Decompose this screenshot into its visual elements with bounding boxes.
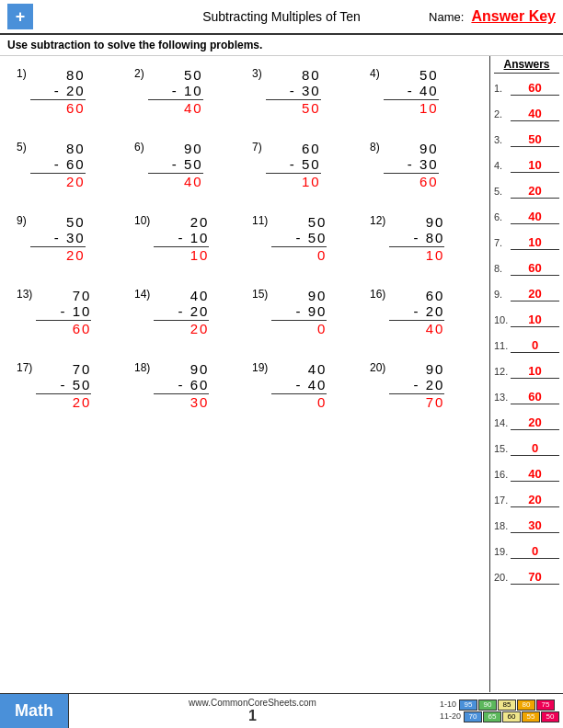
answer-num: 15. bbox=[494, 443, 511, 454]
answer-num: 1. bbox=[494, 83, 511, 94]
num-top: 90 bbox=[426, 361, 445, 377]
problem-math: 20 - 10 10 bbox=[154, 214, 209, 263]
problem-row: 20) 90 - 20 70 bbox=[370, 361, 444, 410]
problem-block: 9) 50 - 30 20 bbox=[9, 210, 127, 275]
answer-line: 30 bbox=[511, 518, 559, 533]
answer-num: 5. bbox=[494, 186, 511, 197]
score-cell: 90 bbox=[478, 700, 497, 711]
answer-num: 6. bbox=[494, 211, 511, 222]
num-answer: 20 bbox=[154, 321, 209, 336]
answer-val: 20 bbox=[528, 184, 541, 198]
answer-line: 70 bbox=[511, 570, 559, 585]
answer-val: 10 bbox=[528, 158, 541, 172]
problem-block: 12) 90 - 80 10 bbox=[362, 210, 480, 275]
answer-num: 18. bbox=[494, 520, 511, 531]
num-bottom: - 30 bbox=[30, 230, 86, 247]
problem-block: 15) 90 - 90 0 bbox=[245, 284, 362, 348]
problem-block: 16) 60 - 20 40 bbox=[362, 284, 480, 348]
problem-number: 6) bbox=[134, 141, 144, 154]
num-answer: 30 bbox=[154, 394, 209, 410]
num-bottom: - 10 bbox=[154, 230, 209, 247]
problem-row: 15) 90 - 90 0 bbox=[252, 288, 327, 336]
answer-val: 60 bbox=[528, 261, 541, 275]
answer-item: 15. 0 bbox=[494, 436, 559, 461]
num-top: 80 bbox=[302, 67, 321, 83]
answer-item: 13. 60 bbox=[494, 384, 559, 409]
problem-block: 4) 50 - 40 10 bbox=[362, 63, 480, 128]
num-top: 40 bbox=[308, 361, 327, 377]
problem-math: 50 - 40 10 bbox=[384, 67, 439, 116]
score-cell: 80 bbox=[517, 700, 535, 711]
score-label: 11-20 bbox=[440, 711, 461, 722]
score-cell: 50 bbox=[541, 711, 559, 722]
num-answer: 60 bbox=[36, 321, 91, 336]
answer-item: 6. 40 bbox=[494, 204, 559, 229]
num-bottom: - 20 bbox=[154, 303, 209, 321]
answer-item: 4. 10 bbox=[494, 153, 559, 177]
problem-row: 11) 50 - 50 0 bbox=[252, 214, 327, 263]
answer-num: 14. bbox=[494, 417, 511, 428]
num-answer: 20 bbox=[36, 394, 91, 410]
num-top: 40 bbox=[190, 288, 210, 303]
problem-block: 2) 50 - 10 40 bbox=[127, 63, 245, 128]
answer-item: 8. 60 bbox=[494, 256, 559, 280]
num-answer: 10 bbox=[266, 174, 321, 189]
answer-num: 2. bbox=[494, 108, 511, 119]
answer-line: 10 bbox=[511, 235, 559, 250]
problem-row: 17) 70 - 50 20 bbox=[17, 361, 91, 410]
problem-number: 16) bbox=[370, 288, 385, 301]
problem-block: 17) 70 - 50 20 bbox=[9, 358, 127, 422]
num-top: 50 bbox=[308, 214, 327, 230]
answer-line: 50 bbox=[511, 132, 559, 147]
problem-number: 5) bbox=[17, 141, 27, 154]
num-top: 60 bbox=[302, 141, 321, 156]
problem-row: 19) 40 - 40 0 bbox=[252, 361, 327, 410]
score-row: 11-207065605550 bbox=[440, 711, 559, 722]
answer-key-label: Answer Key bbox=[471, 8, 556, 25]
answer-val: 40 bbox=[528, 210, 541, 223]
num-top: 90 bbox=[419, 141, 439, 156]
footer: Math www.CommonCoreSheets.com 1 1-109590… bbox=[0, 693, 563, 728]
answer-item: 7. 10 bbox=[494, 230, 559, 255]
problem-math: 50 - 30 20 bbox=[30, 214, 86, 263]
problem-number: 11) bbox=[252, 214, 268, 227]
answer-item: 19. 0 bbox=[494, 539, 559, 563]
answer-val: 10 bbox=[528, 364, 541, 378]
answer-item: 20. 70 bbox=[494, 564, 559, 589]
score-cell: 65 bbox=[483, 711, 501, 722]
num-answer: 40 bbox=[389, 321, 444, 336]
problem-math: 90 - 30 60 bbox=[384, 141, 439, 189]
answer-val: 40 bbox=[528, 107, 541, 120]
footer-page: 1 bbox=[248, 708, 257, 724]
answer-item: 5. 20 bbox=[494, 178, 559, 203]
answer-num: 10. bbox=[494, 314, 511, 325]
answer-line: 10 bbox=[511, 364, 559, 379]
answer-line: 60 bbox=[511, 261, 559, 276]
num-answer: 20 bbox=[30, 174, 86, 189]
score-cell: 75 bbox=[536, 700, 555, 711]
problem-number: 14) bbox=[134, 288, 150, 301]
answer-line: 20 bbox=[511, 415, 559, 430]
problem-number: 3) bbox=[252, 67, 262, 80]
header-title: Subtracting Multiples of Ten bbox=[202, 9, 361, 24]
problem-number: 12) bbox=[370, 214, 385, 227]
answer-line: 60 bbox=[511, 390, 559, 404]
answers-list: 1. 60 2. 40 3. 50 4. 10 5. 20 6. 40 7. 1… bbox=[494, 75, 559, 589]
answer-item: 10. 10 bbox=[494, 307, 559, 332]
answer-val: 20 bbox=[528, 493, 541, 506]
problem-math: 60 - 50 10 bbox=[266, 141, 321, 189]
num-answer: 20 bbox=[30, 247, 86, 263]
answer-item: 17. 20 bbox=[494, 487, 559, 512]
score-cell: 70 bbox=[464, 711, 482, 722]
problem-block: 11) 50 - 50 0 bbox=[245, 210, 362, 275]
footer-center: www.CommonCoreSheets.com 1 bbox=[69, 694, 436, 728]
num-answer: 10 bbox=[389, 247, 444, 263]
header-right: Name: Answer Key bbox=[429, 8, 556, 25]
problem-block: 7) 60 - 50 10 bbox=[245, 137, 362, 201]
answer-line: 0 bbox=[511, 544, 559, 559]
num-top: 70 bbox=[73, 288, 92, 303]
num-answer: 10 bbox=[384, 100, 439, 116]
logo-symbol: + bbox=[16, 7, 26, 27]
problem-number: 13) bbox=[17, 288, 32, 301]
problem-number: 10) bbox=[134, 214, 150, 227]
